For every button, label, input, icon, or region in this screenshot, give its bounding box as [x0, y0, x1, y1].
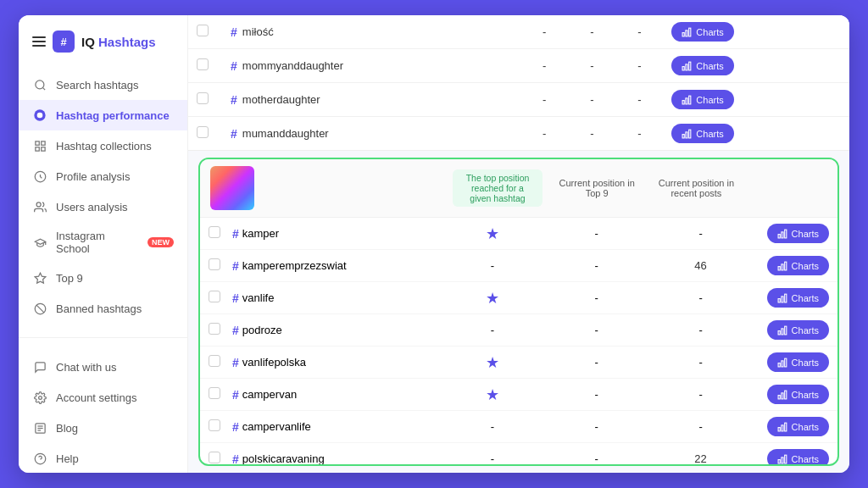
sidebar-item-label: Hashtag collections	[56, 140, 152, 152]
svg-rect-33	[682, 135, 684, 138]
svg-rect-54	[778, 428, 780, 431]
svg-rect-51	[778, 396, 780, 399]
svg-rect-57	[778, 460, 780, 463]
top-hashtags-table: #miłość - - - Charts #mommyanddaughter -	[188, 15, 849, 150]
sidebar-item-users-analysis[interactable]: Users analysis	[19, 191, 187, 222]
svg-rect-24	[682, 33, 684, 36]
star-icon: ★	[486, 290, 499, 307]
sidebar-item-chat-with-us[interactable]: Chat with us	[19, 352, 187, 382]
svg-point-3	[37, 113, 43, 119]
main-content: #miłość - - - Charts #mommyanddaughter -	[188, 15, 849, 473]
svg-rect-36	[778, 235, 780, 238]
banned-icon	[32, 301, 47, 316]
svg-line-12	[36, 305, 44, 313]
svg-rect-50	[784, 358, 786, 367]
row-checkbox[interactable]	[197, 92, 209, 104]
svg-rect-41	[784, 262, 786, 270]
row-checkbox[interactable]	[209, 452, 220, 463]
col-header-top-position: The top position reached for a given has…	[453, 169, 542, 207]
sidebar-item-label: Help	[56, 452, 79, 465]
charts-button[interactable]: Charts	[767, 224, 829, 243]
svg-rect-25	[686, 30, 687, 36]
svg-rect-56	[784, 423, 786, 431]
sidebar-item-label: Chat with us	[56, 361, 117, 374]
row-checkbox[interactable]	[209, 387, 220, 399]
table-row: #podroze - - - Charts	[200, 314, 837, 347]
svg-rect-38	[784, 230, 786, 238]
charts-button[interactable]: Charts	[767, 288, 829, 308]
hamburger-menu[interactable]	[32, 36, 46, 47]
sidebar-item-label: Account settings	[56, 391, 136, 404]
table-row: #campervanlife - - - Charts	[200, 411, 837, 443]
users-icon	[32, 199, 47, 214]
school-icon	[32, 235, 47, 250]
svg-rect-32	[689, 96, 691, 104]
svg-rect-49	[781, 361, 782, 367]
svg-rect-47	[784, 326, 786, 335]
svg-line-1	[42, 87, 45, 90]
sidebar-item-hashtag-performance[interactable]: Hashtag performance	[19, 100, 187, 130]
svg-rect-26	[689, 28, 691, 36]
svg-rect-28	[686, 64, 687, 70]
row-checkbox[interactable]	[197, 58, 209, 70]
svg-rect-39	[778, 267, 780, 270]
row-checkbox[interactable]	[209, 419, 220, 431]
chat-icon	[32, 359, 47, 374]
sidebar-item-blog[interactable]: Blog	[19, 413, 187, 443]
svg-rect-43	[781, 297, 782, 302]
svg-marker-10	[35, 273, 46, 283]
table-row: #campervan ★ - - Charts	[200, 379, 837, 411]
charts-button[interactable]: Charts	[671, 124, 733, 143]
sidebar-item-label: Hashtag performance	[56, 109, 170, 122]
col-header-current-recent: Current position in recent posts	[652, 178, 741, 198]
svg-rect-55	[781, 425, 782, 431]
sidebar-item-label: Search hashtags	[56, 79, 139, 92]
sidebar-item-hashtag-collections[interactable]: Hashtag collections	[19, 130, 187, 161]
charts-button[interactable]: Charts	[767, 449, 829, 466]
row-checkbox[interactable]	[209, 226, 220, 238]
charts-button[interactable]: Charts	[671, 22, 733, 42]
sidebar-item-help[interactable]: Help	[19, 443, 187, 473]
svg-rect-46	[781, 329, 782, 335]
help-icon	[32, 451, 47, 466]
row-checkbox[interactable]	[197, 126, 209, 138]
sidebar-item-profile-analysis[interactable]: Profile analysis	[19, 161, 187, 191]
sidebar-item-instagram-school[interactable]: Instagram School NEW	[19, 222, 187, 263]
svg-rect-58	[781, 458, 782, 463]
svg-rect-7	[41, 147, 44, 150]
svg-rect-30	[682, 101, 684, 104]
sidebar-nav: Search hashtags Hashtag performance Hash…	[19, 63, 187, 330]
sidebar-item-label: Top 9	[56, 272, 83, 285]
sidebar-item-search-hashtags[interactable]: Search hashtags	[19, 69, 187, 100]
charts-button[interactable]: Charts	[767, 385, 829, 404]
star-icon: ★	[486, 354, 499, 371]
performance-icon	[32, 108, 47, 123]
charts-button[interactable]: Charts	[767, 352, 829, 372]
table-row: #vanlifepolska ★ - - Charts	[200, 347, 837, 379]
charts-button[interactable]: Charts	[767, 256, 829, 275]
svg-rect-27	[682, 67, 684, 70]
charts-button[interactable]: Charts	[671, 56, 733, 75]
star-icon: ★	[486, 225, 499, 242]
svg-rect-59	[784, 455, 786, 463]
svg-rect-31	[686, 98, 687, 104]
table-row: #kamper ★ - - Charts	[200, 218, 837, 250]
svg-rect-53	[784, 391, 786, 399]
row-checkbox[interactable]	[209, 355, 220, 367]
svg-rect-34	[686, 132, 687, 138]
charts-button[interactable]: Charts	[767, 320, 829, 340]
row-checkbox[interactable]	[197, 25, 209, 36]
sidebar-item-label: Users analysis	[56, 201, 128, 214]
sidebar-item-label: Banned hashtags	[56, 302, 142, 315]
row-checkbox[interactable]	[209, 323, 220, 335]
row-checkbox[interactable]	[209, 291, 220, 302]
collections-icon	[32, 138, 47, 153]
preview-image	[210, 166, 254, 210]
sidebar-item-account-settings[interactable]: Account settings	[19, 382, 187, 413]
charts-button[interactable]: Charts	[671, 90, 733, 109]
sidebar-item-banned-hashtags[interactable]: Banned hashtags	[19, 293, 187, 324]
row-checkbox[interactable]	[209, 258, 220, 270]
sidebar-item-top9[interactable]: Top 9	[19, 263, 187, 293]
sidebar-item-label: Blog	[56, 422, 78, 435]
charts-button[interactable]: Charts	[767, 417, 829, 436]
